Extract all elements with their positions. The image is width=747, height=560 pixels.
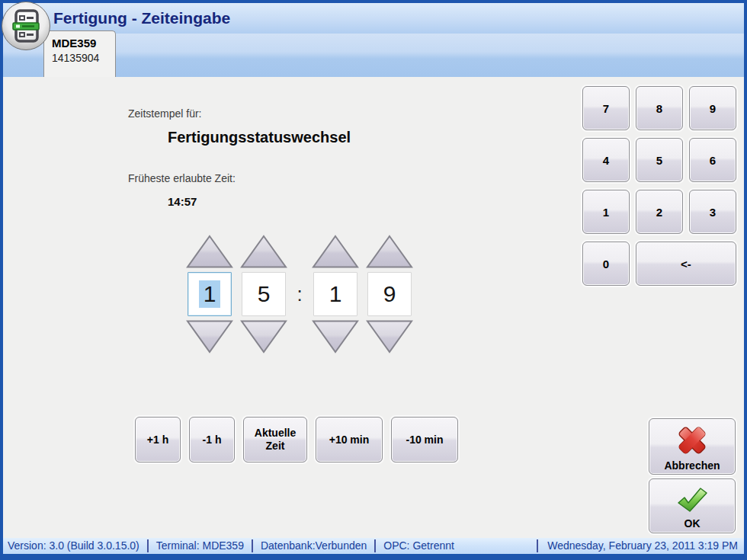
hour-tens-up-button[interactable] xyxy=(185,234,234,269)
keypad-key-1[interactable]: 1 xyxy=(582,190,630,234)
keypad-key-6[interactable]: 6 xyxy=(689,138,736,182)
keypad-key-9[interactable]: 9 xyxy=(689,86,736,130)
minute-ones-up-button[interactable] xyxy=(365,234,414,269)
status-terminal: Terminal: MDE359 xyxy=(149,539,253,552)
minute-ones-down-button[interactable] xyxy=(365,319,414,354)
sub-1h-button[interactable]: -1 h xyxy=(189,417,235,462)
keypad-key-5[interactable]: 5 xyxy=(636,138,683,182)
triangle-down-icon xyxy=(188,322,232,353)
triangle-up-icon xyxy=(242,236,286,267)
window-title: Fertigung - Zeiteingabe xyxy=(53,3,230,34)
triangle-down-icon xyxy=(313,322,357,353)
minute-ones-digit: 9 xyxy=(383,281,396,307)
status-bar: Version: 3.0 (Build 3.0.15.0) Terminal: … xyxy=(3,538,744,554)
content-area: Zeitstempel für: Fertigungsstatuswechsel… xyxy=(3,77,744,538)
triangle-down-icon xyxy=(367,322,412,353)
tab-mde359[interactable]: MDE359 14135904 xyxy=(43,30,116,77)
keypad-key-2[interactable]: 2 xyxy=(636,190,683,234)
hour-tens-down-button[interactable] xyxy=(185,319,234,354)
triangle-up-icon xyxy=(188,236,232,267)
hour-ones-box[interactable]: 5 xyxy=(242,272,286,316)
time-spinner: 1 5 : xyxy=(185,234,414,354)
hour-ones-down-button[interactable] xyxy=(239,319,288,354)
app-logo-icon xyxy=(1,1,51,51)
cancel-x-icon xyxy=(675,425,710,459)
time-separator: : xyxy=(293,234,306,354)
event-name: Fertigungsstatuswechsel xyxy=(168,129,351,146)
status-spacer xyxy=(462,539,538,552)
time-adjust-buttons: +1 h -1 h Aktuelle Zeit +10 min -10 min xyxy=(135,417,458,462)
status-opc: OPC: Getrennt xyxy=(376,539,462,552)
earliest-time-label: Früheste erlaubte Zeit: xyxy=(128,172,236,184)
keypad-key-0[interactable]: 0 xyxy=(582,242,630,286)
cancel-button[interactable]: Abbrechen xyxy=(649,418,736,475)
ok-label: OK xyxy=(684,517,701,530)
minute-tens-digit: 1 xyxy=(329,281,342,307)
hour-ones-up-button[interactable] xyxy=(239,234,288,269)
keypad-backspace-button[interactable]: <- xyxy=(636,242,736,286)
cancel-label: Abbrechen xyxy=(664,459,720,472)
add-1h-button[interactable]: +1 h xyxy=(135,417,181,462)
timestamp-label: Zeitstempel für: xyxy=(128,107,201,120)
triangle-down-icon xyxy=(242,322,286,353)
status-version: Version: 3.0 (Build 3.0.15.0) xyxy=(3,539,149,552)
hour-ones-digit: 5 xyxy=(258,281,271,307)
triangle-up-icon xyxy=(313,236,357,267)
title-bar: Fertigung - Zeiteingabe xyxy=(3,3,744,34)
keypad-key-7[interactable]: 7 xyxy=(582,86,630,130)
triangle-up-icon xyxy=(367,236,412,267)
sub-10min-button[interactable]: -10 min xyxy=(391,417,458,462)
status-datetime: Wednesday, February 23, 2011 3:19 PM xyxy=(538,539,744,552)
earliest-time-value: 14:57 xyxy=(168,195,197,208)
minute-tens-box[interactable]: 1 xyxy=(313,272,357,316)
minute-tens-column: 1 xyxy=(311,234,360,354)
hour-tens-column: 1 xyxy=(185,234,234,354)
minute-ones-column: 9 xyxy=(365,234,414,354)
current-time-button[interactable]: Aktuelle Zeit xyxy=(243,417,307,462)
hour-tens-box[interactable]: 1 xyxy=(188,272,232,316)
keypad-key-8[interactable]: 8 xyxy=(636,86,683,130)
ok-button[interactable]: OK xyxy=(649,478,736,533)
status-database: Datenbank:Verbunden xyxy=(253,539,376,552)
tab-terminal-name: MDE359 xyxy=(52,37,115,50)
minute-tens-down-button[interactable] xyxy=(311,319,360,354)
minute-tens-up-button[interactable] xyxy=(311,234,360,269)
hour-tens-digit: 1 xyxy=(199,280,221,308)
add-10min-button[interactable]: +10 min xyxy=(316,417,383,462)
hour-ones-column: 5 xyxy=(239,234,288,354)
tab-order-number: 14135904 xyxy=(52,52,115,64)
minute-ones-box[interactable]: 9 xyxy=(367,272,412,316)
keypad-key-4[interactable]: 4 xyxy=(582,138,630,182)
keypad-key-3[interactable]: 3 xyxy=(689,190,736,234)
ok-check-icon xyxy=(676,486,708,517)
numeric-keypad: 7 8 9 4 5 6 1 2 3 0 <- xyxy=(582,86,736,286)
app-window: Fertigung - Zeiteingabe MDE359 14135904 … xyxy=(0,0,747,560)
